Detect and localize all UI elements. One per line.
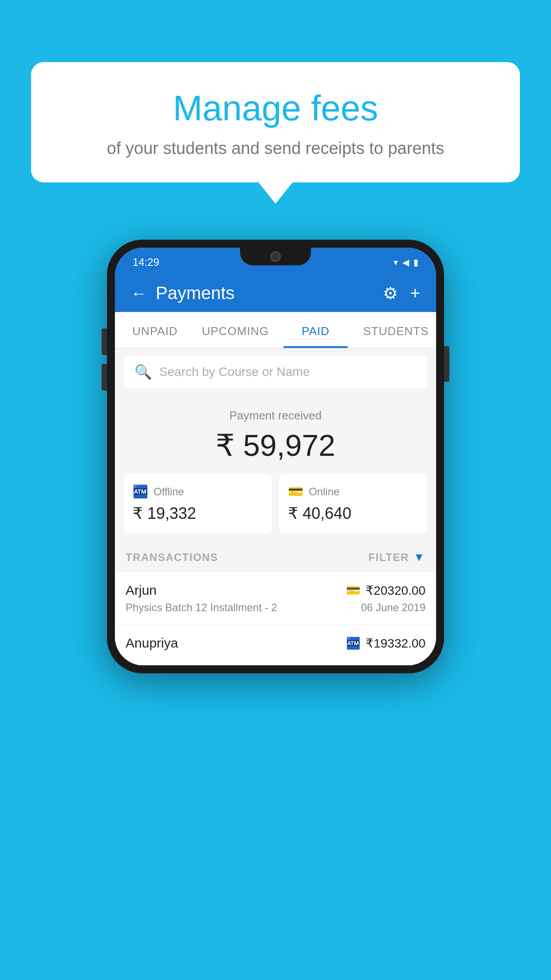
signal-icon: ◀ [402, 257, 409, 268]
transaction-amount: ₹20320.00 [366, 583, 425, 598]
transaction-amount-wrapper: 💳 ₹20320.00 [346, 583, 425, 598]
total-payment-amount: ₹ 59,972 [124, 428, 427, 463]
power-button [444, 346, 449, 382]
offline-amount: ₹ 19,332 [133, 504, 263, 523]
search-section: 🔍 Search by Course or Name [115, 348, 436, 395]
transaction-row-1-top: Arjun 💳 ₹20320.00 [126, 583, 425, 598]
back-button[interactable]: ← [131, 284, 147, 303]
offline-label: Offline [153, 486, 184, 498]
payment-cards: 🏧 Offline ₹ 19,332 💳 Online ₹ 40,640 [124, 474, 427, 533]
phone-notch [240, 248, 311, 265]
online-payment-card: 💳 Online ₹ 40,640 [279, 474, 427, 533]
settings-icon[interactable]: ⚙ [383, 284, 398, 303]
payment-received-label: Payment received [124, 409, 427, 423]
transaction-amount-wrapper: 🏧 ₹19332.00 [346, 636, 425, 651]
phone-frame: 14:29 ▾ ◀ ▮ ← Payments ⚙ + [107, 240, 444, 673]
transactions-header: TRANSACTIONS FILTER ▼ [115, 542, 436, 572]
front-camera [270, 251, 281, 262]
page-title: Payments [156, 283, 235, 303]
offline-payment-icon: 🏧 [346, 636, 360, 650]
table-row[interactable]: Arjun 💳 ₹20320.00 Physics Batch 12 Insta… [115, 572, 436, 625]
status-time: 14:29 [133, 256, 159, 269]
transaction-list: Arjun 💳 ₹20320.00 Physics Batch 12 Insta… [115, 572, 436, 665]
search-bar[interactable]: 🔍 Search by Course or Name [124, 356, 427, 388]
volume-up-button [102, 328, 107, 355]
transaction-name: Arjun [126, 583, 157, 598]
tab-students[interactable]: STUDENTS [356, 312, 436, 348]
online-label: Online [309, 486, 339, 498]
filter-button[interactable]: FILTER ▼ [369, 550, 425, 564]
app-header: ← Payments ⚙ + [115, 274, 436, 312]
bubble-title: Manage fees [58, 89, 493, 128]
header-left: ← Payments [131, 283, 235, 303]
transaction-name: Anupriya [126, 636, 178, 651]
bubble-subtitle: of your students and send receipts to pa… [58, 137, 493, 160]
search-input[interactable]: Search by Course or Name [159, 365, 310, 379]
transaction-date: 06 June 2019 [361, 601, 425, 614]
header-right: ⚙ + [383, 284, 420, 303]
volume-down-button [102, 364, 107, 391]
online-amount: ₹ 40,640 [288, 504, 418, 523]
speech-bubble-section: Manage fees of your students and send re… [31, 62, 520, 182]
filter-icon: ▼ [413, 550, 425, 564]
phone-screen: 14:29 ▾ ◀ ▮ ← Payments ⚙ + [115, 248, 436, 665]
table-row[interactable]: Anupriya 🏧 ₹19332.00 [115, 625, 436, 665]
tab-unpaid[interactable]: UNPAID [115, 312, 195, 348]
tabs-bar: UNPAID UPCOMING PAID STUDENTS [115, 312, 436, 348]
transaction-amount: ₹19332.00 [366, 636, 425, 651]
online-icon: 💳 [288, 484, 303, 499]
transaction-row-1-bottom: Physics Batch 12 Installment - 2 06 June… [126, 601, 425, 614]
online-card-header: 💳 Online [288, 484, 418, 499]
filter-label: FILTER [369, 551, 409, 564]
online-payment-icon: 💳 [346, 584, 360, 597]
payment-summary: Payment received ₹ 59,972 🏧 Offline ₹ 19… [115, 395, 436, 542]
transactions-label: TRANSACTIONS [126, 551, 218, 564]
offline-card-header: 🏧 Offline [133, 484, 263, 499]
status-icons: ▾ ◀ ▮ [394, 257, 418, 268]
search-icon: 🔍 [134, 364, 152, 380]
tab-upcoming[interactable]: UPCOMING [195, 312, 276, 348]
speech-bubble: Manage fees of your students and send re… [31, 62, 520, 182]
battery-icon: ▮ [413, 257, 418, 268]
add-icon[interactable]: + [410, 284, 420, 303]
tab-paid[interactable]: PAID [276, 312, 356, 348]
offline-icon: 🏧 [133, 484, 148, 499]
transaction-course: Physics Batch 12 Installment - 2 [126, 601, 277, 614]
phone-frame-wrapper: 14:29 ▾ ◀ ▮ ← Payments ⚙ + [107, 240, 444, 673]
transaction-row-2-top: Anupriya 🏧 ₹19332.00 [126, 636, 425, 651]
wifi-icon: ▾ [394, 257, 398, 268]
offline-payment-card: 🏧 Offline ₹ 19,332 [124, 474, 272, 533]
